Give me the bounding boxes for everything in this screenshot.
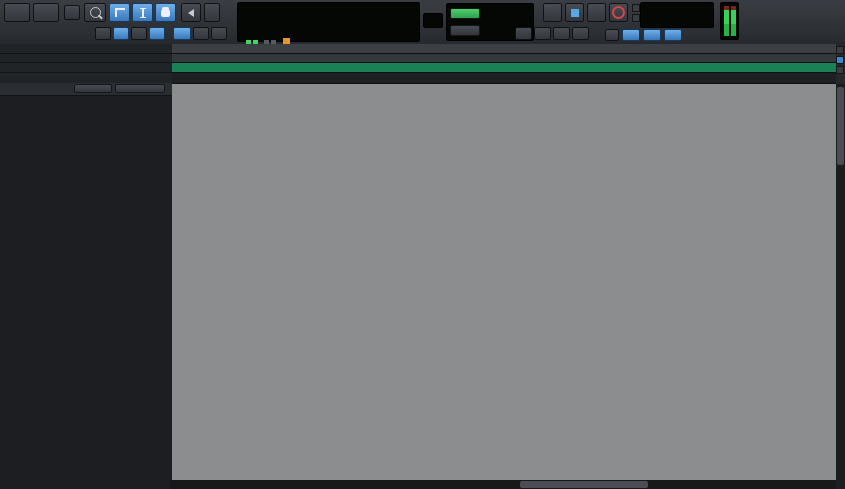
- online-button[interactable]: [543, 3, 562, 22]
- output-meter-panel: [720, 2, 739, 40]
- tempo-ruler[interactable]: [172, 63, 836, 73]
- zoomer-tool-button[interactable]: [84, 3, 106, 22]
- insertion-group-button[interactable]: [211, 27, 227, 40]
- magnifier-icon: [90, 7, 101, 18]
- monitor-panel: [423, 13, 443, 28]
- insertion-follows-playback-button[interactable]: [149, 27, 165, 40]
- vertical-scrollbar[interactable]: [836, 84, 845, 480]
- transport-option-button-a[interactable]: [632, 4, 640, 12]
- horizontal-scrollbar[interactable]: [170, 480, 836, 489]
- counter-panel: [237, 2, 420, 42]
- nudge-mode-button[interactable]: [450, 25, 480, 36]
- pro-tools-edit-window: [0, 0, 845, 489]
- link-timeline-edit-button[interactable]: [173, 27, 191, 40]
- layered-edit-button[interactable]: [131, 27, 147, 40]
- ruler-option-button-a[interactable]: [836, 46, 844, 54]
- link-track-edit-button[interactable]: [193, 27, 209, 40]
- count-in-button[interactable]: [643, 29, 661, 41]
- metronome-settings-button[interactable]: [605, 29, 619, 41]
- edit-canvas[interactable]: [172, 84, 836, 480]
- tempo-panel: [640, 2, 714, 28]
- audio-zoom-button[interactable]: [4, 3, 30, 22]
- record-button[interactable]: [609, 3, 628, 22]
- bars-ruler[interactable]: [172, 44, 836, 54]
- markers-ruler[interactable]: [172, 73, 836, 84]
- speaker-icon: [184, 9, 194, 17]
- midi-zoom-button[interactable]: [33, 3, 59, 22]
- mirror-midi-button[interactable]: [113, 27, 129, 40]
- tab-to-transient-button[interactable]: [95, 27, 111, 40]
- minsecs-ruler[interactable]: [172, 54, 836, 63]
- scrub-tool-button[interactable]: [181, 3, 201, 22]
- io-header[interactable]: [115, 84, 165, 93]
- metronome-button[interactable]: [622, 29, 640, 41]
- vertical-scroll-thumb[interactable]: [837, 87, 844, 165]
- stop-button[interactable]: [565, 3, 584, 22]
- ruler-option-button-b[interactable]: [836, 56, 844, 64]
- go-to-end-button[interactable]: [572, 27, 589, 40]
- bars-ruler-label[interactable]: [0, 44, 172, 54]
- main-counter[interactable]: [244, 7, 340, 25]
- selector-tool-button[interactable]: [132, 3, 153, 22]
- ruler-corner: [836, 44, 845, 84]
- stop-icon: [571, 9, 579, 17]
- ruler-option-button-c[interactable]: [836, 66, 844, 74]
- edit-toolbar: [0, 0, 845, 45]
- zoom-toggle-button[interactable]: [64, 5, 80, 20]
- selector-icon: [142, 8, 144, 18]
- rewind-button[interactable]: [534, 27, 551, 40]
- grabber-hand-icon: [161, 9, 170, 17]
- grabber-tool-button[interactable]: [155, 3, 176, 22]
- minsecs-ruler-label[interactable]: [0, 54, 172, 63]
- bottom-right-corner: [836, 480, 845, 489]
- trim-tool-button[interactable]: [109, 3, 130, 22]
- track-list: [0, 83, 172, 489]
- grid-mode-button[interactable]: [450, 8, 480, 19]
- tempo-ruler-label[interactable]: [0, 63, 172, 73]
- track-list-header: [0, 83, 172, 96]
- bottom-left-corner: [0, 480, 170, 489]
- trim-icon: [115, 8, 125, 17]
- meter-left: [724, 6, 729, 36]
- inserts-header[interactable]: [74, 84, 112, 93]
- transport-option-button-b[interactable]: [632, 14, 640, 22]
- horizontal-scroll-thumb[interactable]: [520, 481, 648, 488]
- pencil-tool-button[interactable]: [204, 3, 220, 22]
- cursor-readout: [242, 31, 418, 41]
- record-icon: [612, 6, 625, 19]
- return-to-start-button[interactable]: [515, 27, 532, 40]
- fast-forward-button[interactable]: [553, 27, 570, 40]
- tempo-ruler-button[interactable]: [664, 29, 682, 41]
- loop-play-button[interactable]: [587, 3, 606, 22]
- meter-right: [731, 6, 736, 36]
